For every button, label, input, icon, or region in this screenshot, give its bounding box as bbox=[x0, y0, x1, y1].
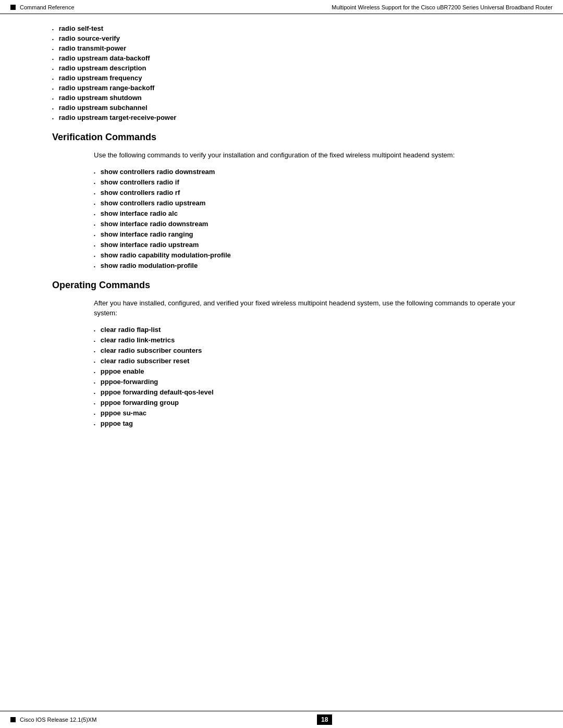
bullet-icon: • bbox=[94, 349, 95, 354]
bullet-icon: • bbox=[52, 106, 54, 111]
bullet-icon: • bbox=[94, 254, 95, 258]
footer-release-label: Cisco IOS Release 12.1(5)XM bbox=[20, 717, 96, 723]
list-item: • pppoe forwarding group bbox=[94, 399, 521, 406]
bullet-icon: • bbox=[94, 223, 95, 227]
bullet-icon: • bbox=[94, 339, 95, 343]
list-item: • radio self-test bbox=[52, 24, 521, 32]
top-header: Command Reference Multipoint Wireless Su… bbox=[0, 0, 563, 14]
list-item-text: show controllers radio upstream bbox=[101, 199, 206, 207]
page-container: Command Reference Multipoint Wireless Su… bbox=[0, 0, 563, 728]
bullet-icon: • bbox=[94, 380, 95, 385]
list-item-text: radio upstream data-backoff bbox=[59, 54, 150, 62]
bullet-icon: • bbox=[94, 328, 95, 333]
top-bullet-list: • radio self-test • radio source-verify … bbox=[52, 24, 521, 121]
list-item: • radio upstream target-receive-power bbox=[52, 114, 521, 121]
list-item: • radio upstream description bbox=[52, 64, 521, 72]
list-item: • radio upstream range-backoff bbox=[52, 84, 521, 92]
list-item-text: radio upstream range-backoff bbox=[59, 84, 155, 92]
list-item-text: pppoe forwarding group bbox=[101, 399, 179, 406]
list-item: • radio transmit-power bbox=[52, 44, 521, 52]
list-item: • radio upstream shutdown bbox=[52, 94, 521, 102]
list-item-text: clear radio subscriber reset bbox=[101, 357, 190, 365]
list-item-text: radio upstream subchannel bbox=[59, 104, 148, 112]
bullet-icon: • bbox=[94, 212, 95, 217]
list-item: • show controllers radio rf bbox=[94, 189, 521, 196]
list-item: • pppoe forwarding default-qos-level bbox=[94, 388, 521, 396]
verification-heading: Verification Commands bbox=[52, 132, 521, 143]
list-item: • show interface radio ranging bbox=[94, 230, 521, 238]
list-item: • show interface radio downstream bbox=[94, 220, 521, 228]
header-section-label: Command Reference bbox=[20, 4, 75, 10]
bullet-icon: • bbox=[94, 401, 95, 406]
list-item: • show interface radio upstream bbox=[94, 241, 521, 249]
list-item-text: show interface radio ranging bbox=[101, 230, 193, 238]
list-item-text: pppoe forwarding default-qos-level bbox=[101, 388, 214, 396]
list-item-text: show interface radio downstream bbox=[101, 220, 209, 228]
bullet-icon: • bbox=[52, 116, 54, 121]
list-item: • pppoe enable bbox=[94, 367, 521, 375]
bullet-icon: • bbox=[52, 47, 54, 52]
list-item: • pppoe-forwarding bbox=[94, 378, 521, 386]
bullet-icon: • bbox=[94, 181, 95, 186]
list-item-text: clear radio link-metrics bbox=[101, 336, 175, 344]
verification-description: Use the following commands to verify you… bbox=[94, 150, 521, 161]
bullet-icon: • bbox=[94, 233, 95, 238]
bullet-icon: • bbox=[94, 391, 95, 396]
list-item: • clear radio subscriber reset bbox=[94, 357, 521, 365]
list-item-text: radio self-test bbox=[59, 24, 103, 32]
bullet-icon: • bbox=[94, 422, 95, 427]
bullet-icon: • bbox=[52, 57, 54, 61]
operating-description: After you have installed, configured, an… bbox=[94, 298, 521, 318]
list-item-text: radio source-verify bbox=[59, 34, 120, 42]
list-item-text: pppoe-forwarding bbox=[101, 378, 158, 386]
header-left: Command Reference bbox=[10, 4, 75, 10]
list-item: • show radio capability modulation-profi… bbox=[94, 251, 521, 259]
list-item: • radio upstream frequency bbox=[52, 74, 521, 82]
bullet-icon: • bbox=[52, 27, 54, 32]
main-content: • radio self-test • radio source-verify … bbox=[0, 14, 563, 448]
list-item-text: show controllers radio if bbox=[101, 178, 179, 186]
bullet-icon: • bbox=[52, 37, 54, 42]
list-item: • show controllers radio upstream bbox=[94, 199, 521, 207]
list-item-text: clear radio flap-list bbox=[101, 326, 161, 334]
list-item-text: radio upstream shutdown bbox=[59, 94, 142, 102]
verification-bullet-list: • show controllers radio downstream • sh… bbox=[94, 168, 521, 269]
list-item-text: show radio capability modulation-profile bbox=[101, 251, 231, 259]
bullet-icon: • bbox=[94, 202, 95, 206]
list-item: • show controllers radio if bbox=[94, 178, 521, 186]
list-item-text: show interface radio upstream bbox=[101, 241, 199, 249]
bullet-icon: • bbox=[94, 170, 95, 175]
list-item: • pppoe su-mac bbox=[94, 409, 521, 417]
list-item: • radio upstream subchannel bbox=[52, 104, 521, 112]
list-item: • show interface radio alc bbox=[94, 209, 521, 217]
header-right-title: Multipoint Wireless Support for the Cisc… bbox=[332, 4, 553, 10]
list-item-text: pppoe tag bbox=[101, 419, 133, 427]
list-item-text: show controllers radio rf bbox=[101, 189, 180, 196]
bullet-icon: • bbox=[94, 412, 95, 416]
list-item: • radio upstream data-backoff bbox=[52, 54, 521, 62]
bullet-icon: • bbox=[94, 360, 95, 364]
list-item-text: pppoe su-mac bbox=[101, 409, 146, 417]
bullet-icon: • bbox=[94, 264, 95, 269]
list-item: • show radio modulation-profile bbox=[94, 262, 521, 269]
list-item: • clear radio subscriber counters bbox=[94, 347, 521, 354]
operating-bullet-list: • clear radio flap-list • clear radio li… bbox=[94, 326, 521, 427]
list-item: • show controllers radio downstream bbox=[94, 168, 521, 176]
bullet-icon: • bbox=[94, 191, 95, 196]
footer-page-number: 18 bbox=[317, 714, 332, 725]
list-item: • radio source-verify bbox=[52, 34, 521, 42]
bottom-footer: Cisco IOS Release 12.1(5)XM 18 bbox=[0, 711, 563, 728]
footer-square-icon bbox=[10, 717, 16, 722]
list-item-text: pppoe enable bbox=[101, 367, 144, 375]
footer-left: Cisco IOS Release 12.1(5)XM bbox=[10, 717, 96, 723]
operating-heading: Operating Commands bbox=[52, 280, 521, 291]
bullet-icon: • bbox=[94, 243, 95, 248]
list-item-text: radio upstream target-receive-power bbox=[59, 114, 176, 121]
list-item: • pppoe tag bbox=[94, 419, 521, 427]
bullet-icon: • bbox=[94, 370, 95, 375]
list-item: • clear radio flap-list bbox=[94, 326, 521, 334]
header-square-icon bbox=[10, 5, 16, 10]
bullet-icon: • bbox=[52, 67, 54, 71]
list-item-text: radio upstream description bbox=[59, 64, 146, 72]
list-item-text: show interface radio alc bbox=[101, 209, 178, 217]
